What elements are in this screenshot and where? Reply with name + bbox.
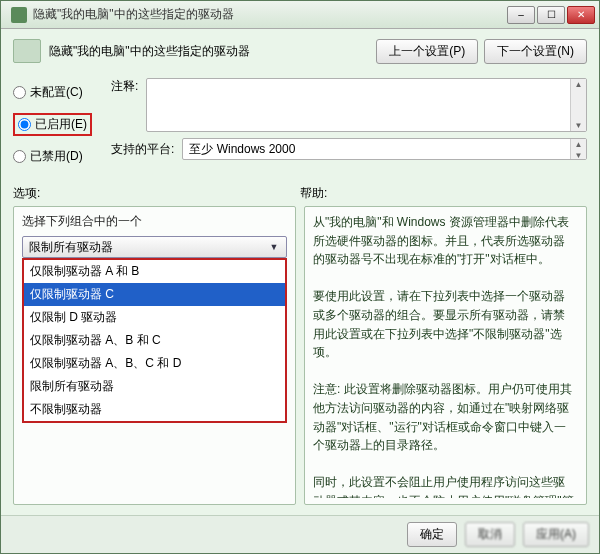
app-icon bbox=[11, 7, 27, 23]
chevron-down-icon: ▼ bbox=[266, 242, 282, 252]
header-row: 隐藏"我的电脑"中的这些指定的驱动器 上一个设置(P) 下一个设置(N) bbox=[13, 39, 587, 64]
radio-enabled-input[interactable] bbox=[18, 118, 31, 131]
drive-combo-option[interactable]: 仅限制驱动器 A、B、C 和 D bbox=[24, 352, 285, 375]
help-label: 帮助: bbox=[300, 185, 587, 202]
lower-panels: 选择下列组合中的一个 限制所有驱动器 ▼ 仅限制驱动器 A 和 B仅限制驱动器 … bbox=[13, 206, 587, 505]
footer: 确定 取消 应用(A) bbox=[1, 515, 599, 553]
drive-combo[interactable]: 限制所有驱动器 ▼ bbox=[22, 236, 287, 258]
radio-not-configured[interactable]: 未配置(C) bbox=[13, 84, 95, 101]
section-labels: 选项: 帮助: bbox=[13, 185, 587, 202]
drive-combo-option[interactable]: 限制所有驱动器 bbox=[24, 375, 285, 398]
comment-scrollbar[interactable]: ▲ ▼ bbox=[570, 79, 586, 131]
help-panel: 从"我的电脑"和 Windows 资源管理器中删除代表所选硬件驱动器的图标。并且… bbox=[304, 206, 587, 505]
comment-textarea[interactable]: ▲ ▼ bbox=[146, 78, 587, 132]
platform-label: 支持的平台: bbox=[111, 141, 174, 158]
scroll-down-icon[interactable]: ▼ bbox=[574, 150, 584, 161]
platform-scrollbar[interactable]: ▲ ▼ bbox=[570, 139, 586, 159]
previous-setting-button[interactable]: 上一个设置(P) bbox=[376, 39, 478, 64]
options-panel: 选择下列组合中的一个 限制所有驱动器 ▼ 仅限制驱动器 A 和 B仅限制驱动器 … bbox=[13, 206, 296, 505]
minimize-button[interactable] bbox=[507, 6, 535, 24]
platform-value: 至少 Windows 2000 bbox=[189, 141, 295, 158]
drive-combo-value: 限制所有驱动器 bbox=[29, 239, 113, 256]
policy-icon bbox=[13, 39, 41, 63]
radio-disabled-label: 已禁用(D) bbox=[30, 148, 83, 165]
drive-combo-option[interactable]: 仅限制 D 驱动器 bbox=[24, 306, 285, 329]
radio-not-configured-input[interactable] bbox=[13, 86, 26, 99]
radio-enabled-label: 已启用(E) bbox=[35, 116, 87, 133]
options-title: 选择下列组合中的一个 bbox=[22, 213, 287, 230]
options-label: 选项: bbox=[13, 185, 300, 202]
radio-not-configured-label: 未配置(C) bbox=[30, 84, 83, 101]
drive-combo-list[interactable]: 仅限制驱动器 A 和 B仅限制驱动器 C仅限制 D 驱动器仅限制驱动器 A、B … bbox=[22, 258, 287, 423]
platform-box: 至少 Windows 2000 ▲ ▼ bbox=[182, 138, 587, 160]
radio-disabled[interactable]: 已禁用(D) bbox=[13, 148, 95, 165]
apply-button[interactable]: 应用(A) bbox=[523, 522, 589, 547]
close-button[interactable] bbox=[567, 6, 595, 24]
next-setting-button[interactable]: 下一个设置(N) bbox=[484, 39, 587, 64]
ok-button[interactable]: 确定 bbox=[407, 522, 457, 547]
maximize-button[interactable] bbox=[537, 6, 565, 24]
comment-label: 注释: bbox=[111, 78, 138, 95]
drive-combo-option[interactable]: 仅限制驱动器 A、B 和 C bbox=[24, 329, 285, 352]
drive-combo-option[interactable]: 仅限制驱动器 C bbox=[24, 283, 285, 306]
help-text[interactable]: 从"我的电脑"和 Windows 资源管理器中删除代表所选硬件驱动器的图标。并且… bbox=[313, 213, 578, 498]
scroll-down-icon[interactable]: ▼ bbox=[574, 120, 584, 131]
radio-group: 未配置(C) 已启用(E) 已禁用(D) bbox=[13, 78, 95, 171]
window-title: 隐藏"我的电脑"中的这些指定的驱动器 bbox=[33, 6, 507, 23]
drive-combo-option[interactable]: 仅限制驱动器 A 和 B bbox=[24, 260, 285, 283]
dialog-window: 隐藏"我的电脑"中的这些指定的驱动器 隐藏"我的电脑"中的这些指定的驱动器 上一… bbox=[0, 0, 600, 554]
scroll-up-icon[interactable]: ▲ bbox=[574, 139, 584, 150]
titlebar[interactable]: 隐藏"我的电脑"中的这些指定的驱动器 bbox=[1, 1, 599, 29]
cancel-button[interactable]: 取消 bbox=[465, 522, 515, 547]
scroll-up-icon[interactable]: ▲ bbox=[574, 79, 584, 90]
radio-enabled[interactable]: 已启用(E) bbox=[13, 113, 92, 136]
content-area: 隐藏"我的电脑"中的这些指定的驱动器 上一个设置(P) 下一个设置(N) 未配置… bbox=[1, 29, 599, 515]
radio-disabled-input[interactable] bbox=[13, 150, 26, 163]
drive-combo-option[interactable]: 不限制驱动器 bbox=[24, 398, 285, 421]
policy-title: 隐藏"我的电脑"中的这些指定的驱动器 bbox=[49, 43, 250, 60]
config-row: 未配置(C) 已启用(E) 已禁用(D) 注释: ▲ bbox=[13, 78, 587, 171]
window-controls bbox=[507, 6, 595, 24]
